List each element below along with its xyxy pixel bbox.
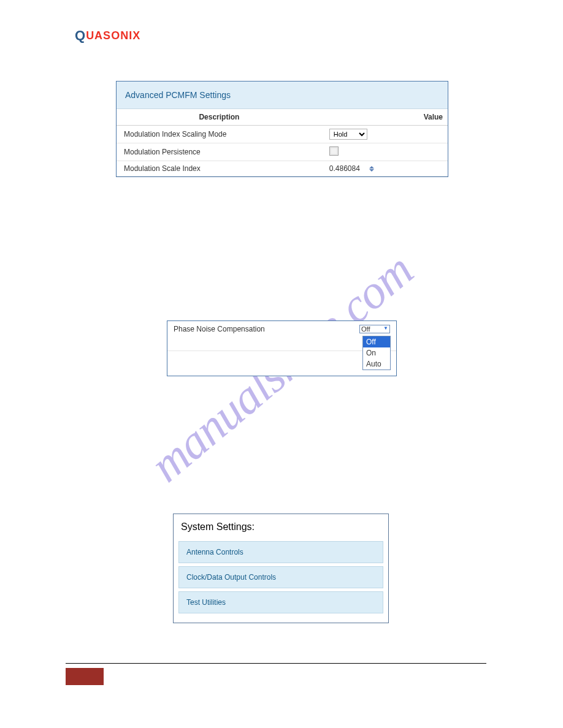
pnc-option-auto[interactable]: Auto xyxy=(363,358,390,370)
pcmfm-panel-title: Advanced PCMFM Settings xyxy=(117,82,448,109)
modulation-scale-index-value[interactable]: 0.486084 xyxy=(329,164,360,173)
pnc-option-on[interactable]: On xyxy=(363,347,390,358)
table-row: Modulation Scale Index 0.486084 xyxy=(117,161,448,176)
logo-rest: UASONIX xyxy=(86,29,140,42)
footer-divider xyxy=(66,663,486,664)
column-header-value: Value xyxy=(322,109,448,126)
page: QUASONIX manualshive.com Advanced PCMFM … xyxy=(0,0,563,728)
sys-item-test-utilities[interactable]: Test Utilities xyxy=(178,591,383,613)
footer-page-block xyxy=(66,668,104,685)
column-header-description: Description xyxy=(117,109,322,126)
pcmfm-settings-table: Description Value Modulation Index Scali… xyxy=(117,109,448,176)
modulation-index-scaling-mode-select[interactable]: Hold xyxy=(329,129,367,140)
advanced-pcmfm-settings-panel: Advanced PCMFM Settings Description Valu… xyxy=(116,81,448,177)
table-row: Modulation Persistence xyxy=(117,143,448,161)
pnc-option-off[interactable]: Off xyxy=(363,336,390,347)
table-row: Modulation Index Scaling Mode Hold xyxy=(117,126,448,143)
row-label: Modulation Scale Index xyxy=(117,161,322,176)
row-label: Modulation Persistence xyxy=(117,143,322,161)
phase-noise-compensation-panel: Phase Noise Compensation Off ▼ Off On Au… xyxy=(167,320,397,376)
brand-logo: QUASONIX xyxy=(75,27,140,43)
system-settings-list: Antenna Controls Clock/Data Output Contr… xyxy=(174,541,388,623)
chevron-down-icon: ▼ xyxy=(383,325,388,331)
pnc-dropdown-list: Off On Auto xyxy=(362,336,391,370)
phase-noise-compensation-select[interactable]: Off ▼ xyxy=(359,325,390,333)
modulation-scale-index-stepper[interactable] xyxy=(362,166,376,172)
stepper-down-icon[interactable] xyxy=(369,169,374,172)
row-label: Modulation Index Scaling Mode xyxy=(117,126,322,143)
modulation-persistence-checkbox[interactable] xyxy=(329,146,339,156)
system-settings-title: System Settings: xyxy=(174,514,388,541)
sys-item-clock-data-output-controls[interactable]: Clock/Data Output Controls xyxy=(178,566,383,588)
pnc-label: Phase Noise Compensation xyxy=(174,325,265,333)
logo-q: Q xyxy=(75,28,86,43)
system-settings-panel: System Settings: Antenna Controls Clock/… xyxy=(173,514,389,623)
stepper-up-icon[interactable] xyxy=(369,166,374,169)
sys-item-antenna-controls[interactable]: Antenna Controls xyxy=(178,541,383,563)
